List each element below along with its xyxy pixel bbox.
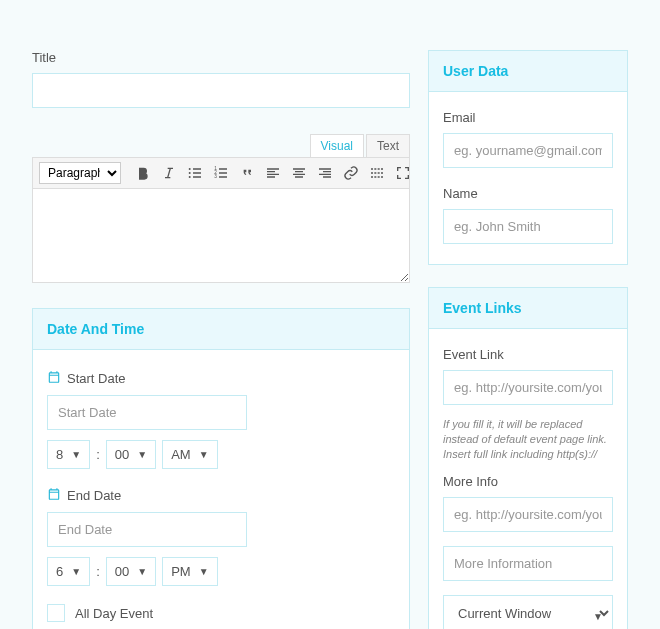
italic-icon[interactable] <box>159 163 179 183</box>
start-hour-select[interactable]: 8▼ <box>47 440 90 469</box>
bold-icon[interactable] <box>133 163 153 183</box>
editor: Visual Text Paragraph 123 <box>32 134 410 286</box>
align-right-icon[interactable] <box>315 163 335 183</box>
title-input[interactable] <box>32 73 410 108</box>
bullet-list-icon[interactable] <box>185 163 205 183</box>
end-hour-select[interactable]: 6▼ <box>47 557 90 586</box>
allday-label: All Day Event <box>75 606 153 621</box>
svg-text:3: 3 <box>214 174 217 179</box>
event-link-input[interactable] <box>443 370 613 405</box>
time-separator: : <box>96 564 100 579</box>
more-info-label: More Info <box>443 474 613 489</box>
svg-point-2 <box>189 176 191 178</box>
user-data-header: User Data <box>429 51 627 92</box>
link-target-select[interactable]: Current Window <box>443 595 613 629</box>
more-info-url-input[interactable] <box>443 497 613 532</box>
link-icon[interactable] <box>341 163 361 183</box>
start-min-select[interactable]: 00▼ <box>106 440 156 469</box>
tab-text[interactable]: Text <box>366 134 410 157</box>
end-date-label: End Date <box>67 488 121 503</box>
svg-point-1 <box>189 172 191 174</box>
align-left-icon[interactable] <box>263 163 283 183</box>
editor-toolbar: Paragraph 123 <box>32 157 410 189</box>
email-input[interactable] <box>443 133 613 168</box>
name-label: Name <box>443 186 613 201</box>
align-center-icon[interactable] <box>289 163 309 183</box>
allday-checkbox[interactable] <box>47 604 65 622</box>
svg-point-0 <box>189 168 191 170</box>
blockquote-icon[interactable] <box>237 163 257 183</box>
numbered-list-icon[interactable]: 123 <box>211 163 231 183</box>
email-label: Email <box>443 110 613 125</box>
calendar-icon <box>47 370 61 387</box>
end-ampm-select[interactable]: PM▼ <box>162 557 217 586</box>
start-date-input[interactable] <box>47 395 247 430</box>
event-links-header: Event Links <box>429 288 627 329</box>
date-time-panel: Date And Time Start Date 8▼ : 00▼ AM▼ <box>32 308 410 629</box>
title-field: Title <box>32 50 410 108</box>
user-data-panel: User Data Email Name <box>428 50 628 265</box>
paragraph-select[interactable]: Paragraph <box>39 162 121 184</box>
calendar-icon <box>47 487 61 504</box>
event-link-help: If you fill it, it will be replaced inst… <box>443 417 613 462</box>
insert-more-icon[interactable] <box>367 163 387 183</box>
title-label: Title <box>32 50 410 65</box>
end-date-input[interactable] <box>47 512 247 547</box>
end-min-select[interactable]: 00▼ <box>106 557 156 586</box>
tab-visual[interactable]: Visual <box>310 134 364 157</box>
event-link-label: Event Link <box>443 347 613 362</box>
event-links-panel: Event Links Event Link If you fill it, i… <box>428 287 628 629</box>
date-time-header: Date And Time <box>33 309 409 350</box>
more-info-title-input[interactable] <box>443 546 613 581</box>
editor-textarea[interactable] <box>32 189 410 283</box>
start-ampm-select[interactable]: AM▼ <box>162 440 217 469</box>
name-input[interactable] <box>443 209 613 244</box>
time-separator: : <box>96 447 100 462</box>
start-date-label: Start Date <box>67 371 126 386</box>
fullscreen-icon[interactable] <box>393 163 410 183</box>
